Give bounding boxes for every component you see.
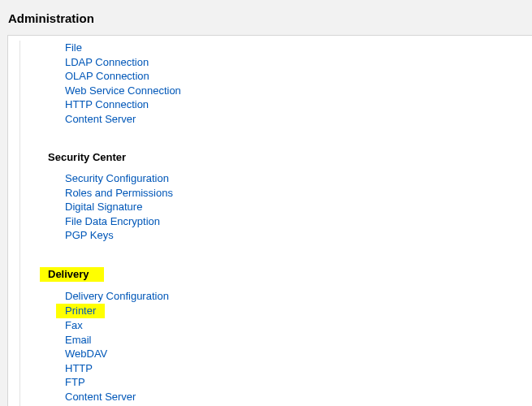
content-outer-panel: File LDAP Connection OLAP Connection Web… [7,35,532,406]
link-digital-signature[interactable]: Digital Signature [64,200,143,214]
nav-item-content-server: Content Server [64,390,532,404]
nav-item-security-configuration: Security Configuration [64,171,532,186]
nav-item-file: File [64,41,532,55]
admin-header: Administration [0,0,532,35]
nav-item-ftp: FTP [64,375,532,390]
link-http-connection[interactable]: HTTP Connection [64,97,149,112]
section-delivery: Delivery Delivery Configuration Printer … [46,267,532,404]
link-fax[interactable]: Fax [64,318,84,333]
link-file[interactable]: File [64,41,83,55]
link-email[interactable]: Email [64,333,93,348]
content-inner-panel: File LDAP Connection OLAP Connection Web… [19,41,532,406]
link-webdav[interactable]: WebDAV [64,347,108,361]
page-title: Administration [8,11,524,25]
nav-item-roles-permissions: Roles and Permissions [64,186,532,201]
nav-item-delivery-configuration: Delivery Configuration [64,289,532,304]
link-olap-connection[interactable]: OLAP Connection [64,69,150,84]
link-pgp-keys[interactable]: PGP Keys [64,228,115,243]
nav-item-file-data-encryption: File Data Encryption [64,214,532,229]
link-security-configuration[interactable]: Security Configuration [64,171,170,186]
heading-security-center: Security Center [46,150,128,164]
link-http[interactable]: HTTP [64,361,93,376]
link-printer-highlight: Printer [56,304,105,319]
link-ftp[interactable]: FTP [64,375,86,390]
nav-item-content-server-conn: Content Server [64,112,532,127]
nav-item-webdav: WebDAV [64,347,532,361]
link-delivery-configuration[interactable]: Delivery Configuration [64,289,170,304]
heading-delivery-highlight: Delivery [40,267,104,282]
link-roles-permissions[interactable]: Roles and Permissions [64,186,174,201]
heading-delivery: Delivery [46,267,91,281]
nav-item-http: HTTP [64,361,532,376]
nav-list-delivery: Delivery Configuration Printer Fax Email… [46,289,532,404]
nav-item-printer: Printer [64,304,532,319]
link-printer[interactable]: Printer [64,304,97,318]
nav-item-http-connection: HTTP Connection [64,97,532,112]
link-web-service-connection[interactable]: Web Service Connection [64,84,182,98]
link-ldap-connection[interactable]: LDAP Connection [64,55,149,70]
link-content-server-conn[interactable]: Content Server [64,112,136,127]
nav-partial-list: File LDAP Connection OLAP Connection Web… [46,41,532,126]
nav-item-olap-connection: OLAP Connection [64,69,532,84]
nav-list-security: Security Configuration Roles and Permiss… [46,171,532,243]
nav-item-pgp-keys: PGP Keys [64,228,532,243]
nav-item-fax: Fax [64,318,532,333]
nav-item-email: Email [64,333,532,348]
section-security-center: Security Center Security Configuration R… [46,150,532,243]
nav-item-digital-signature: Digital Signature [64,200,532,214]
nav-item-web-service-connection: Web Service Connection [64,84,532,98]
link-file-data-encryption[interactable]: File Data Encryption [64,214,161,229]
link-content-server[interactable]: Content Server [64,390,136,404]
nav-item-ldap-connection: LDAP Connection [64,55,532,70]
